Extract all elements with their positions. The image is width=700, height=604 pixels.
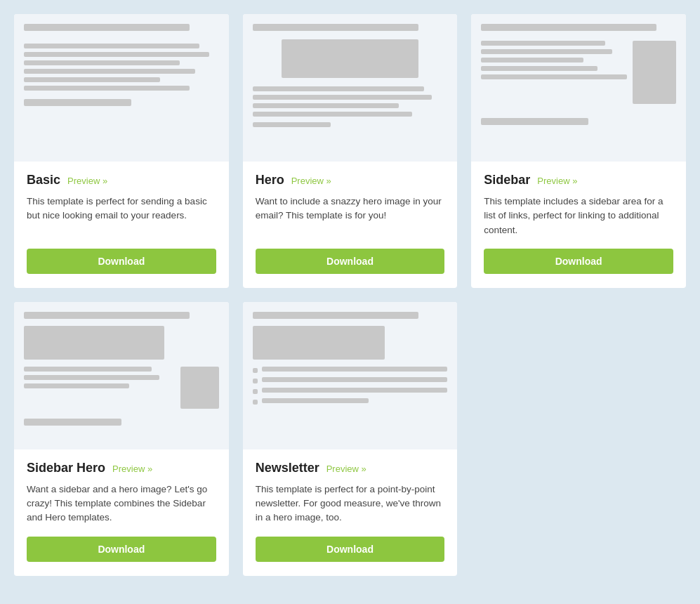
mock-left-lines [24,367,175,409]
mock-row [253,377,448,383]
mock-line [24,367,152,372]
preview-link-newsletter[interactable]: Preview » [326,464,366,474]
mock-line [481,41,605,46]
mock-hero-img [24,326,164,360]
card-title-row: Hero Preview » [256,173,445,188]
card-body-hero: Hero Preview » Want to include a snazzy … [243,162,458,288]
mock-line [253,86,424,91]
card-basic: Basic Preview » This template is perfect… [14,14,229,288]
card-preview-sidebar [471,14,686,162]
card-title-row: Basic Preview » [27,173,216,188]
mock-line [253,103,399,108]
mock-row [253,388,448,394]
card-body-basic: Basic Preview » This template is perfect… [14,162,229,288]
download-button-sidebar-hero[interactable]: Download [27,537,216,562]
mock-line [481,74,627,79]
preview-link-sidebar-hero[interactable]: Preview » [112,464,152,474]
card-preview-sidebar-hero [14,302,229,449]
download-button-hero[interactable]: Download [256,249,445,274]
mock-line [481,66,597,71]
card-body-sidebar: Sidebar Preview » This template includes… [471,162,686,288]
mock-top-bar [24,24,190,31]
preview-link-hero[interactable]: Preview » [291,176,331,186]
mock-sidebar-img [633,41,676,104]
mock-line [24,77,160,82]
mock-top-bar [24,312,190,319]
mock-hero-img [282,39,418,78]
card-title: Newsletter [256,461,319,475]
card-description-sidebar: This template includes a sidebar area fo… [484,195,673,237]
card-title: Basic [27,173,60,188]
mock-left-lines [481,41,627,104]
mock-line [24,52,209,57]
template-grid: Basic Preview » This template is perfect… [14,14,686,576]
mock-dot [253,389,258,394]
card-newsletter: Newsletter Preview » This template is pe… [243,302,458,576]
card-body-sidebar-hero: Sidebar Hero Preview » Want a sidebar an… [14,449,229,576]
mock-content-row [481,41,676,104]
mock-line [481,58,583,63]
card-description-hero: Want to include a snazzy hero image in y… [256,195,445,237]
mock-row [253,398,448,405]
mock-bottom-bar [24,99,131,106]
card-title-row: Sidebar Preview » [484,173,673,188]
mock-line [24,383,129,388]
mock-top-bar [253,24,418,31]
card-description-sidebar-hero: Want a sidebar and a hero image? Let's g… [27,482,216,525]
mock-bottom-bar [481,118,588,125]
card-title-row: Sidebar Hero Preview » [27,461,216,475]
mock-hero-img [253,326,385,360]
mock-line [262,398,369,403]
mock-dot [253,368,258,373]
mock-row [253,367,448,373]
mock-line [262,377,448,382]
card-sidebar-hero: Sidebar Hero Preview » Want a sidebar an… [14,302,229,576]
mock-dot [253,400,258,405]
mock-top-bar [481,24,656,31]
card-title: Sidebar Hero [27,461,105,475]
card-description-basic: This template is perfect for sending a b… [27,195,216,237]
card-empty [471,302,686,576]
card-preview-hero [243,14,458,162]
card-title: Hero [256,173,284,188]
mock-line [24,44,199,48]
mock-line [262,388,448,393]
mock-dot [253,379,258,383]
mock-sidebar-img [180,367,219,409]
mock-line [24,69,195,74]
card-title: Sidebar [484,173,530,188]
card-description-newsletter: This template is perfect for a point-by-… [256,482,445,525]
mock-line [253,112,413,117]
mock-line [24,375,159,380]
mock-line [24,60,180,65]
preview-link-basic[interactable]: Preview » [67,176,107,186]
card-hero: Hero Preview » Want to include a snazzy … [243,14,458,288]
mock-line [24,86,190,91]
mock-line [481,49,612,54]
preview-link-sidebar[interactable]: Preview » [537,176,577,186]
card-preview-newsletter [243,302,458,449]
card-preview-basic [14,14,229,162]
download-button-sidebar[interactable]: Download [484,249,673,274]
mock-line [253,95,432,100]
card-body-newsletter: Newsletter Preview » This template is pe… [243,449,458,576]
download-button-newsletter[interactable]: Download [256,537,445,562]
mock-small-line [253,122,331,127]
mock-top-bar [253,312,418,319]
card-title-row: Newsletter Preview » [256,461,445,475]
mock-bottom-bar [24,419,121,426]
mock-content-row [24,367,219,409]
mock-line [262,367,448,372]
card-sidebar: Sidebar Preview » This template includes… [471,14,686,288]
download-button-basic[interactable]: Download [27,249,216,274]
